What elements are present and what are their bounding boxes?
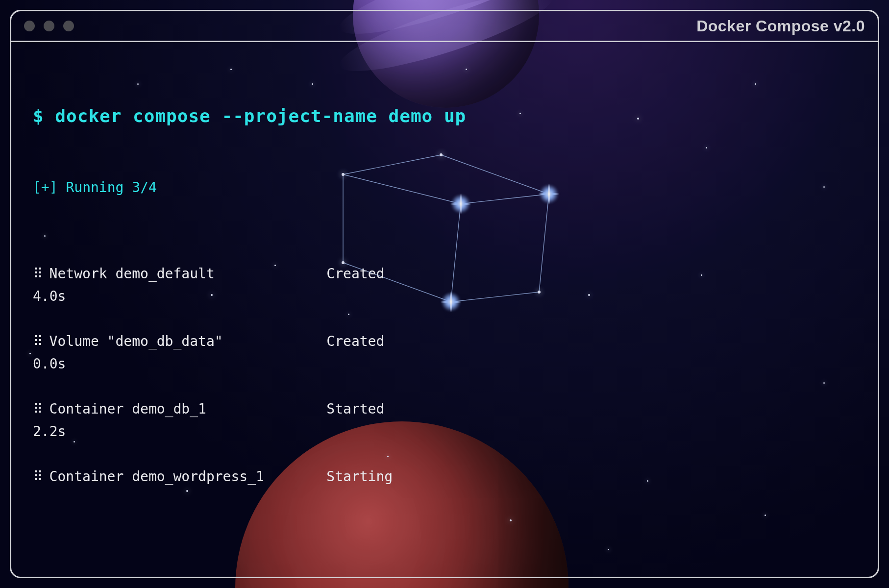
- row-state: Created: [326, 331, 384, 352]
- close-dot-icon[interactable]: [24, 21, 35, 31]
- minimize-dot-icon[interactable]: [44, 21, 54, 31]
- command-line: $ docker compose --project-name demo up: [33, 103, 856, 129]
- row-desc: Volume "demo_db_data": [49, 331, 310, 352]
- row-desc: Network demo_default: [49, 264, 310, 284]
- terminal-window: Docker Compose v2.0 $ docker compose --p…: [10, 10, 879, 578]
- spinner-icon: ⠿: [33, 243, 49, 284]
- row-desc: Container demo_wordpress_1: [49, 466, 310, 487]
- row-duration: 0.0s: [33, 354, 856, 374]
- row-state: Starting: [326, 466, 393, 487]
- row-desc: Container demo_db_1: [49, 399, 310, 419]
- window-title: Docker Compose v2.0: [696, 17, 865, 35]
- row-duration: 2.2s: [33, 421, 856, 442]
- terminal-body[interactable]: $ docker compose --project-name demo up …: [11, 42, 878, 577]
- titlebar: Docker Compose v2.0: [11, 11, 878, 42]
- run-status: [+] Running 3/4: [33, 177, 856, 198]
- output-row: ⠿ Container demo_wordpress_1 Starting: [33, 446, 856, 487]
- spinner-icon: ⠿: [33, 378, 49, 419]
- row-state: Created: [326, 264, 384, 284]
- row-duration: 4.0s: [33, 286, 856, 307]
- output-row: ⠿ Container demo_db_1 Started: [33, 378, 856, 419]
- spinner-icon: ⠿: [33, 446, 49, 487]
- traffic-lights[interactable]: [24, 21, 74, 31]
- row-state: Started: [326, 399, 384, 419]
- spinner-icon: ⠿: [33, 311, 49, 352]
- zoom-dot-icon[interactable]: [63, 21, 74, 31]
- output-row: ⠿ Network demo_default Created: [33, 243, 856, 284]
- output-row: ⠿ Volume "demo_db_data" Created: [33, 311, 856, 352]
